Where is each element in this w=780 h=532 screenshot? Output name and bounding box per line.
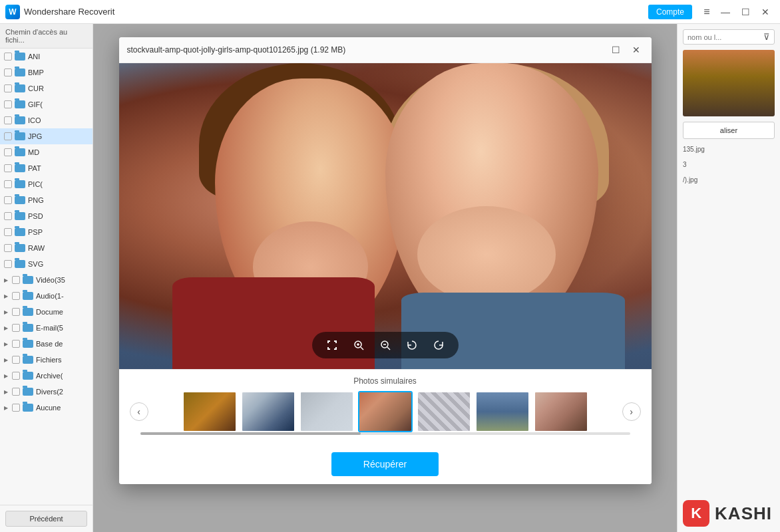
sidebar-item-doc[interactable]: ▶ Docume <box>0 304 93 320</box>
sidebar-label-aucune: Aucune <box>36 404 61 412</box>
thumbnails-scrollbar[interactable] <box>140 432 630 435</box>
strip-thumb-5[interactable] <box>417 391 471 432</box>
app-logo: W Wondershare Recoverit <box>5 5 114 19</box>
sidebar-item-psd[interactable]: PSD <box>0 208 93 224</box>
checkbox-pic[interactable] <box>4 180 12 188</box>
sidebar-item-video[interactable]: ▶ Vidéo(35 <box>0 272 93 288</box>
minimize-button[interactable]: — <box>716 4 735 20</box>
strip-thumb-3[interactable] <box>299 391 354 432</box>
rotate-right-button[interactable] <box>429 336 448 354</box>
sidebar-item-audio[interactable]: ▶ Audio(1- <box>0 288 93 304</box>
checkbox-md[interactable] <box>4 148 12 156</box>
checkbox-gif[interactable] <box>4 100 12 108</box>
checkbox-jpg[interactable] <box>4 132 12 140</box>
folder-icon-psp <box>15 228 25 236</box>
checkbox-svg[interactable] <box>4 260 12 268</box>
sidebar-item-png[interactable]: PNG <box>0 192 93 208</box>
title-bar: W Wondershare Recoverit Compte ≡ — ☐ ✕ <box>0 0 780 24</box>
watermark-k-icon: K <box>683 500 709 527</box>
sidebar-item-gif[interactable]: GIF( <box>0 96 93 112</box>
search-input[interactable] <box>687 33 761 41</box>
recover-side-button[interactable]: aliser <box>683 122 775 139</box>
zoom-out-button[interactable] <box>376 336 395 354</box>
strip-thumb-4[interactable] <box>358 391 413 432</box>
checkbox-raw[interactable] <box>4 244 12 252</box>
checkbox-psp[interactable] <box>4 228 12 236</box>
checkbox-archive[interactable] <box>12 372 20 380</box>
expand-arrow-files: ▶ <box>4 357 8 363</box>
sidebar-item-svg[interactable]: SVG <box>0 256 93 272</box>
file-item-1: 135.jpg <box>683 144 775 154</box>
expand-arrow-divers: ▶ <box>4 389 8 395</box>
folder-icon-png <box>15 196 25 204</box>
sidebar-label-email: E-mail(5 <box>36 324 63 332</box>
folder-icon-aucune <box>23 404 33 412</box>
compte-button[interactable]: Compte <box>648 5 692 19</box>
recover-section: Récupérer <box>119 444 652 484</box>
sidebar-item-ani[interactable]: ANI <box>0 49 93 65</box>
sidebar-item-bmp[interactable]: BMP <box>0 65 93 80</box>
sidebar-footer: Précédent <box>0 505 93 532</box>
sidebar: Chemin d'accès au fichi... ANI BMP CUR <box>0 24 93 532</box>
menu-icon[interactable]: ≡ <box>697 4 716 20</box>
sidebar-item-md[interactable]: MD <box>0 144 93 160</box>
close-button[interactable]: ✕ <box>756 4 775 20</box>
strip-thumb-1[interactable] <box>182 391 237 432</box>
sidebar-item-files[interactable]: ▶ Fichiers <box>0 352 93 368</box>
checkbox-png[interactable] <box>4 196 12 204</box>
filter-icon[interactable]: ⊽ <box>763 32 770 42</box>
strip-thumb-2[interactable] <box>241 391 295 432</box>
sidebar-item-divers[interactable]: ▶ Divers(2 <box>0 384 93 400</box>
modal-maximize-button[interactable]: ☐ <box>609 43 624 57</box>
strip-thumb-7[interactable] <box>534 391 588 432</box>
strip-thumb-6[interactable] <box>475 391 530 432</box>
sidebar-item-jpg[interactable]: JPG <box>0 128 93 144</box>
checkbox-audio[interactable] <box>12 292 20 300</box>
fit-to-screen-button[interactable] <box>323 336 341 354</box>
sidebar-item-db[interactable]: ▶ Base de <box>0 336 93 352</box>
checkbox-ico[interactable] <box>4 116 12 124</box>
checkbox-divers[interactable] <box>12 388 20 396</box>
sidebar-item-pic[interactable]: PIC( <box>0 176 93 192</box>
sidebar-item-pat[interactable]: PAT <box>0 160 93 176</box>
sidebar-label-files: Fichiers <box>36 356 62 364</box>
checkbox-files[interactable] <box>12 356 20 364</box>
sidebar-label-raw: RAW <box>28 244 45 252</box>
sidebar-item-raw[interactable]: RAW <box>0 240 93 256</box>
strip-next-button[interactable]: › <box>622 402 641 421</box>
checkbox-aucune[interactable] <box>12 404 20 412</box>
checkbox-video[interactable] <box>12 276 20 284</box>
strip-prev-button[interactable]: ‹ <box>130 402 148 421</box>
modal-header: stockvault-amp-quot-jolly-girls-amp-quot… <box>119 37 652 63</box>
folder-icon-pat <box>15 164 25 172</box>
checkbox-cur[interactable] <box>4 84 12 92</box>
rotate-left-button[interactable] <box>403 336 421 354</box>
recover-button[interactable]: Récupérer <box>331 452 439 476</box>
checkbox-bmp[interactable] <box>4 68 12 76</box>
sidebar-item-cur[interactable]: CUR <box>0 80 93 96</box>
sidebar-item-email[interactable]: ▶ E-mail(5 <box>0 320 93 336</box>
folder-icon-svg <box>15 260 25 268</box>
checkbox-db[interactable] <box>12 340 20 348</box>
sidebar-item-aucune[interactable]: ▶ Aucune <box>0 400 93 416</box>
similar-photos-section: Photos simulaires ‹ <box>119 369 652 444</box>
maximize-button[interactable]: ☐ <box>736 4 755 20</box>
previous-button[interactable]: Précédent <box>5 511 87 527</box>
sidebar-item-psp[interactable]: PSP <box>0 224 93 240</box>
sidebar-label-ico: ICO <box>28 116 41 124</box>
folder-icon-db <box>23 340 33 348</box>
checkbox-ani[interactable] <box>4 53 12 61</box>
sidebar-label-doc: Docume <box>36 308 63 316</box>
checkbox-email[interactable] <box>12 324 20 332</box>
checkbox-pat[interactable] <box>4 164 12 172</box>
zoom-in-button[interactable] <box>349 336 368 354</box>
sidebar-item-ico[interactable]: ICO <box>0 112 93 128</box>
expand-arrow-email: ▶ <box>4 325 8 331</box>
sidebar-item-archive[interactable]: ▶ Archive( <box>0 368 93 384</box>
checkbox-doc[interactable] <box>12 308 20 316</box>
sidebar-label-video: Vidéo(35 <box>36 276 65 284</box>
modal-close-button[interactable]: ✕ <box>629 43 644 57</box>
watermark-text: KASHI <box>715 503 772 524</box>
checkbox-psd[interactable] <box>4 212 12 220</box>
search-box: ⊽ <box>683 29 775 45</box>
